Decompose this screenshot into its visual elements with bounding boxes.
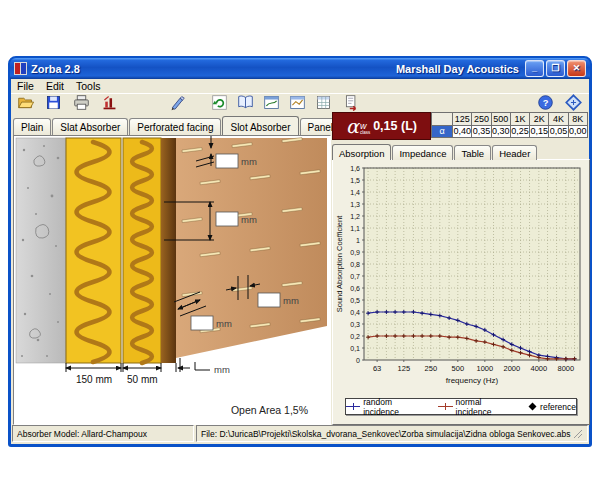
svg-text:1,6: 1,6: [350, 165, 360, 172]
chart-tab-header[interactable]: Header: [492, 145, 537, 160]
menu-tools[interactable]: Tools: [70, 80, 107, 92]
alpha-value-125: 0,40: [453, 125, 472, 138]
alpha-value-4k: 0,05: [549, 125, 568, 138]
chart-page: 00,10,20,30,40,50,60,70,80,911,11,21,31,…: [332, 159, 590, 425]
svg-text:1,1: 1,1: [350, 225, 360, 232]
freq-header-2k: 2K: [530, 113, 549, 126]
svg-text:500: 500: [452, 364, 465, 373]
alpha-value-1k: 0,25: [510, 125, 529, 138]
minimize-button[interactable]: _: [525, 60, 544, 77]
table-view-icon: [315, 94, 332, 115]
open-file-icon: [17, 94, 34, 115]
main-tab-strip: PlainSlat AbsorberPerforated facingSlot …: [13, 113, 342, 135]
svg-text:1,3: 1,3: [350, 201, 360, 208]
wool-layer-50: [123, 138, 161, 363]
frequency-table: 1252505001K2K4K8Kα0,400,350,300,250,150,…: [431, 112, 588, 138]
company-title: Marshall Day Acoustics: [396, 63, 519, 75]
svg-text:0,6: 0,6: [350, 285, 360, 292]
svg-text:2000: 2000: [503, 364, 520, 373]
legend-label: reference: [540, 402, 576, 412]
panel-edge-strip: [161, 138, 176, 363]
svg-text:4000: 4000: [531, 364, 548, 373]
svg-text:0,3: 0,3: [350, 321, 360, 328]
legend-normal-incidence: normal incidence: [438, 397, 516, 417]
chart-tab-strip: AbsorptionImpedanceTableHeader: [332, 143, 538, 160]
tab-plain[interactable]: Plain: [13, 118, 51, 135]
svg-text:0: 0: [356, 357, 360, 364]
table-corner-cell: [432, 113, 453, 126]
concrete-layer: [16, 138, 66, 363]
absorption-chart-icon: [263, 94, 280, 115]
app-icon: [14, 62, 27, 75]
freq-header-125: 125: [453, 113, 472, 126]
legend-random-incidence: random incidence: [346, 397, 426, 417]
svg-text:?: ?: [542, 98, 548, 108]
recalculate-icon: [211, 94, 228, 115]
alpha-subscript: w: [360, 122, 367, 130]
menu-edit[interactable]: Edit: [40, 80, 70, 92]
titlebar: Zorba 2.8 Marshall Day Acoustics _ ❐ ✕: [10, 58, 590, 79]
tab-slot-absorber[interactable]: Slot Absorber: [222, 116, 298, 135]
svg-text:0,5: 0,5: [350, 297, 360, 304]
row-spacing-input[interactable]: [216, 212, 238, 226]
unit-label: mm: [214, 364, 230, 375]
svg-text:1000: 1000: [476, 364, 493, 373]
close-icon: ✕: [573, 64, 581, 73]
chart-tab-table[interactable]: Table: [454, 145, 491, 160]
freq-header-250: 250: [472, 113, 491, 126]
unit-label: mm: [283, 295, 299, 306]
close-button[interactable]: ✕: [567, 60, 586, 77]
unit-label: mm: [241, 156, 257, 167]
alpha-octave-table: 1252505001K2K4K8Kα0,400,350,300,250,150,…: [431, 112, 588, 138]
chart-tab-absorption[interactable]: Absorption: [332, 144, 391, 160]
svg-text:0,9: 0,9: [350, 249, 360, 256]
svg-text:Sound Absorption Coefficient: Sound Absorption Coefficient: [335, 215, 344, 313]
svg-text:0,4: 0,4: [350, 309, 360, 316]
slot-spacing-input[interactable]: [258, 293, 280, 307]
open-area-label: Open Area 1,5%: [231, 404, 308, 416]
tab-slat-absorber[interactable]: Slat Absorber: [52, 118, 128, 135]
tab-perforated-facing[interactable]: Perforated facing: [129, 118, 221, 135]
legend-reference: reference: [528, 402, 576, 412]
resize-grip[interactable]: [573, 429, 583, 439]
svg-text:0,8: 0,8: [350, 261, 360, 268]
save-icon: [45, 94, 62, 115]
legend-marker-icon: [528, 402, 537, 411]
chart-tab-impedance[interactable]: Impedance: [392, 145, 453, 160]
wool-layer-150: [66, 138, 121, 363]
freq-header-500: 500: [491, 113, 510, 126]
svg-text:0,2: 0,2: [350, 333, 360, 340]
legend-label: random incidence: [363, 397, 426, 417]
slot-length-input[interactable]: [191, 316, 213, 330]
alpha-w-display: α w class 0,15 (L): [332, 112, 431, 140]
book-icon: [237, 94, 254, 115]
svg-text:0,1: 0,1: [350, 345, 360, 352]
slot-height-input[interactable]: [216, 154, 238, 168]
legend-marker-icon: [438, 402, 452, 411]
statusbar: Absorber Model: Allard-Champoux File: D:…: [12, 425, 588, 442]
status-file-path: File: D:\JuricaB\Projekti\Skolska_dvoran…: [196, 425, 588, 442]
impedance-chart-icon: [289, 94, 306, 115]
svg-text:125: 125: [398, 364, 411, 373]
svg-text:1,4: 1,4: [350, 189, 360, 196]
svg-text:1,2: 1,2: [350, 213, 360, 220]
legend-label: normal incidence: [456, 397, 517, 417]
svg-text:8000: 8000: [558, 364, 575, 373]
svg-text:63: 63: [373, 364, 381, 373]
freq-header-4k: 4K: [549, 113, 568, 126]
maximize-icon: ❐: [551, 64, 559, 73]
alpha-value-250: 0,35: [472, 125, 491, 138]
unit-label: mm: [241, 214, 257, 225]
maximize-button[interactable]: ❐: [546, 60, 565, 77]
menu-file[interactable]: File: [11, 80, 40, 92]
svg-text:1: 1: [356, 237, 360, 244]
print-icon: [73, 94, 90, 115]
construction-diagram: mm mm mm mm mm 150 mm 50 mm Open Area 1,…: [14, 136, 328, 422]
menubar: FileEditTools: [11, 79, 589, 93]
legend-marker-icon: [346, 402, 360, 411]
alpha-value: 0,15 (L): [373, 119, 417, 133]
alpha-value-8k: 0,00: [568, 125, 587, 138]
unit-label: mm: [216, 318, 232, 329]
svg-text:1,5: 1,5: [350, 177, 360, 184]
status-absorber-model: Absorber Model: Allard-Champoux: [12, 425, 194, 442]
